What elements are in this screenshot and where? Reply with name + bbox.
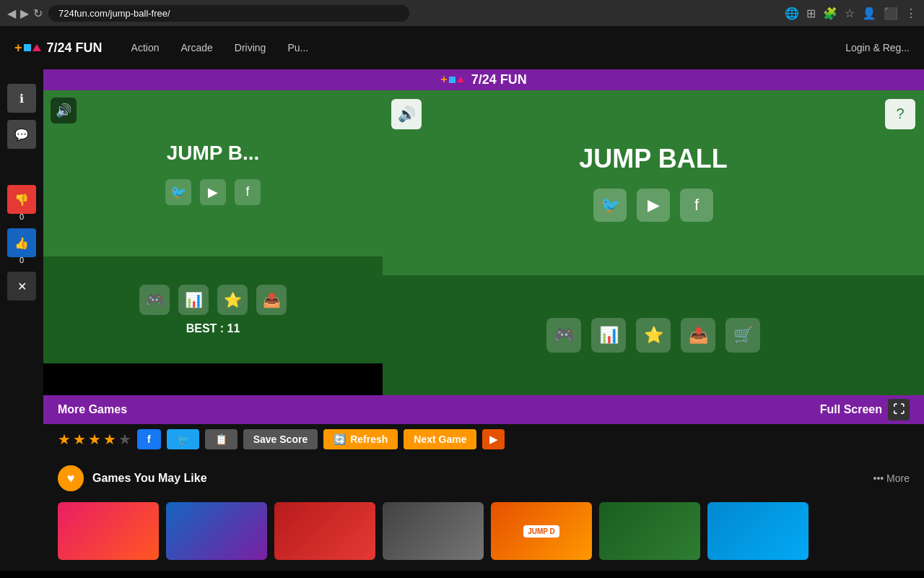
game-bottom-bar: More Games Full Screen ⛶ xyxy=(43,395,924,424)
purple-banner: + 7/24 FUN xyxy=(43,69,924,90)
fullscreen-icon: ⛶ xyxy=(888,399,910,420)
share-button[interactable]: ✕ xyxy=(7,272,36,301)
star-2[interactable]: ★ xyxy=(73,431,86,448)
share-icon-right[interactable]: 📤 xyxy=(681,318,715,353)
facebook-icon-left[interactable]: f xyxy=(235,179,261,205)
star-1[interactable]: ★ xyxy=(58,431,71,448)
facebook-btn-icon: f xyxy=(147,434,151,445)
right-game-panel: 🔊 ? JUMP BALL 🐦 ▶ f 🎮 xyxy=(383,90,924,395)
star-5[interactable]: ★ xyxy=(118,431,131,448)
gamepad-icon-left[interactable]: 🎮 xyxy=(139,285,170,315)
twitter-share-button[interactable]: 🐦 xyxy=(167,429,199,449)
right-game-title: JUMP BALL xyxy=(579,144,727,174)
profile-icon: 👤 xyxy=(862,7,876,20)
games-like-icon: ♥ xyxy=(58,465,84,491)
forward-button[interactable]: ▶ xyxy=(20,7,29,20)
game-thumb-3[interactable] xyxy=(274,502,375,560)
chart-icon-right[interactable]: 📊 xyxy=(591,318,626,353)
more-games-button[interactable]: More Games xyxy=(58,403,127,416)
star-3[interactable]: ★ xyxy=(88,431,101,448)
extensions-icon: ⬛ xyxy=(884,7,898,20)
left-game-top-card: 🔊 JUMP B... 🐦 ▶ f xyxy=(43,90,383,256)
fullscreen-button[interactable]: Full Screen ⛶ xyxy=(820,399,910,420)
right-help-button[interactable]: ? xyxy=(885,99,915,129)
translate-icon: ⊞ xyxy=(806,7,816,20)
reload-button[interactable]: ↻ xyxy=(33,7,43,20)
right-sound-icon: 🔊 xyxy=(398,105,416,123)
play-icon-left[interactable]: ▶ xyxy=(200,179,226,205)
right-social-icons: 🐦 ▶ f xyxy=(593,189,713,222)
nav-more[interactable]: Pu... xyxy=(287,42,308,53)
games-like-title: Games You May Like xyxy=(92,472,207,485)
twitter-icon-right[interactable]: 🐦 xyxy=(593,189,627,222)
star-icon-left[interactable]: ⭐ xyxy=(217,285,248,315)
dislike-button[interactable]: 👎 xyxy=(7,185,36,214)
score-icon: 📋 xyxy=(215,434,227,445)
star-rating[interactable]: ★ ★ ★ ★ ★ xyxy=(58,431,131,448)
banner-text: 7/24 FUN xyxy=(471,72,527,87)
nav-action[interactable]: Action xyxy=(131,42,160,53)
left-sound-button[interactable]: 🔊 xyxy=(51,98,77,124)
comment-button[interactable]: 💬 xyxy=(7,120,36,149)
site-logo-text: 7/24 FUN xyxy=(47,40,103,56)
extension-icon: 🧩 xyxy=(823,7,837,20)
next-game-arrow-button[interactable]: ▶ xyxy=(482,429,505,449)
left-action-icons: 🎮 📊 ⭐ 📤 xyxy=(139,285,287,315)
game-thumb-6[interactable] xyxy=(599,502,700,560)
sound-icon: 🔊 xyxy=(56,103,71,118)
nav-driving[interactable]: Driving xyxy=(235,42,266,53)
left-game-title: JUMP B... xyxy=(167,142,260,165)
star-icon-right[interactable]: ⭐ xyxy=(636,318,671,353)
play-icon-right[interactable]: ▶ xyxy=(637,189,670,222)
thumbs-down-icon: 👎 xyxy=(14,193,29,207)
best-score: BEST : 11 xyxy=(186,322,240,335)
score-icon-button[interactable]: 📋 xyxy=(205,429,237,449)
chrome-icon: 🌐 xyxy=(785,7,799,20)
left-game-bottom-card: 🎮 📊 ⭐ 📤 BEST : 11 xyxy=(43,256,383,363)
logo-square-icon xyxy=(24,44,31,51)
save-score-button[interactable]: Save Score xyxy=(243,429,318,449)
address-bar[interactable]: 724fun.com/jump-ball-free/ xyxy=(48,5,409,22)
facebook-share-button[interactable]: f xyxy=(137,429,161,449)
settings-icon: ⋮ xyxy=(905,7,917,20)
banner-square-icon xyxy=(449,77,456,83)
twitter-btn-icon: 🐦 xyxy=(177,434,189,445)
game-thumb-7[interactable] xyxy=(707,502,808,560)
info-button[interactable]: ℹ xyxy=(7,84,36,113)
comment-icon: 💬 xyxy=(14,128,29,142)
logo-triangle-icon xyxy=(32,44,41,51)
dislike-count: 0 xyxy=(19,212,24,221)
chart-icon-left[interactable]: 📊 xyxy=(178,285,209,315)
like-button[interactable]: 👍 xyxy=(7,228,36,257)
game-thumb-1[interactable] xyxy=(58,502,159,560)
right-game-top: 🔊 ? JUMP BALL 🐦 ▶ f xyxy=(383,90,924,275)
refresh-button[interactable]: 🔄 Refresh xyxy=(323,429,398,449)
logo-plus-icon: + xyxy=(14,40,22,56)
help-icon: ? xyxy=(896,105,904,122)
nav-arcade[interactable]: Arcade xyxy=(180,42,212,53)
shop-icon-right[interactable]: 🛒 xyxy=(725,318,760,353)
thumbs-up-icon: 👍 xyxy=(14,236,29,250)
gamepad-icon-right[interactable]: 🎮 xyxy=(546,318,581,353)
refresh-icon: 🔄 xyxy=(334,434,346,445)
right-sound-button[interactable]: 🔊 xyxy=(391,99,422,129)
info-icon: ℹ xyxy=(19,92,24,105)
back-button[interactable]: ◀ xyxy=(7,7,16,20)
next-game-button[interactable]: Next Game xyxy=(404,429,476,449)
star-4[interactable]: ★ xyxy=(103,431,116,448)
banner-plus-icon: + xyxy=(440,73,447,86)
main-area: ℹ 💬 👎 0 👍 0 ✕ + 7 xyxy=(0,69,924,571)
right-game-bottom: 🎮 📊 ⭐ 📤 🛒 xyxy=(383,275,924,395)
more-games-link[interactable]: ••• More xyxy=(873,473,910,484)
game-thumb-4[interactable] xyxy=(383,502,484,560)
facebook-icon-right[interactable]: f xyxy=(680,189,713,222)
right-action-icons: 🎮 📊 ⭐ 📤 🛒 xyxy=(546,318,760,353)
game-thumb-2[interactable] xyxy=(166,502,267,560)
login-register[interactable]: Login & Reg... xyxy=(845,42,910,53)
game-thumb-5[interactable]: JUMP D xyxy=(491,502,592,560)
share-icon: ✕ xyxy=(17,280,27,293)
twitter-icon-left[interactable]: 🐦 xyxy=(165,179,191,205)
games-section: ♥ Games You May Like ••• More xyxy=(43,454,924,502)
share-icon-left[interactable]: 📤 xyxy=(256,285,287,315)
logo-area[interactable]: + 7/24 FUN xyxy=(14,40,103,56)
